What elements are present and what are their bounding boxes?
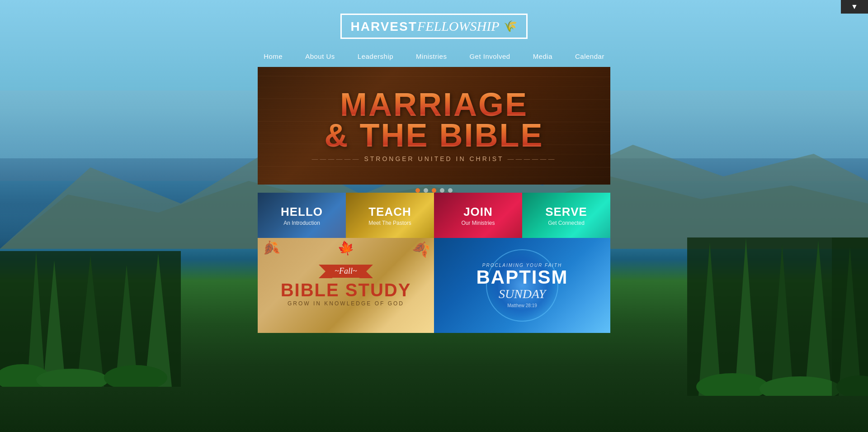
- card-serve-subtitle: Get Connected: [548, 220, 585, 226]
- card-join-title: JOIN: [463, 205, 493, 219]
- slider-dot-2[interactable]: [424, 188, 428, 193]
- leaf-right-icon: 🍂: [410, 238, 432, 258]
- hero-slider: MARRIAGE & THE BIBLE STRONGER UNITED IN …: [258, 67, 610, 185]
- top-bar[interactable]: ▼: [841, 0, 868, 14]
- content-section: HELLO An Introduction TEACH Meet The Pas…: [258, 193, 610, 333]
- card-teach[interactable]: TEACH Meet The Pastors: [346, 193, 434, 238]
- logo-area: HARVESTfellowship 🌾: [340, 0, 528, 48]
- card-hello[interactable]: HELLO An Introduction: [258, 193, 346, 238]
- cards-row: HELLO An Introduction TEACH Meet The Pas…: [258, 193, 610, 238]
- fall-leaves-decoration: 🍂 🍁 🍂: [258, 240, 434, 256]
- nav-item-calendar[interactable]: Calendar: [575, 52, 604, 60]
- slider-dots: [415, 188, 453, 193]
- slider-dot-1[interactable]: [415, 188, 420, 193]
- nav-item-ministries[interactable]: Ministries: [416, 52, 447, 60]
- leaf-left-icon: 🍂: [260, 238, 281, 258]
- nav-item-get-involved[interactable]: Get Involved: [469, 52, 510, 60]
- card-serve-title: SERVE: [545, 205, 587, 219]
- fall-study-subtitle: GROW IN KNOWLEDGE OF GOD: [288, 300, 404, 307]
- fall-study-title: BIBLE STUDY: [281, 280, 411, 300]
- card-teach-title: TEACH: [368, 205, 411, 219]
- hero-title-line1: MARRIAGE: [340, 89, 528, 120]
- card-serve[interactable]: SERVE Get Connected: [522, 193, 610, 238]
- images-row: 🍂 🍁 🍂 ~Fall~ BIBLE STUDY GROW IN KNOWLED…: [258, 238, 610, 333]
- leaf-center-icon: 🍁: [336, 238, 356, 258]
- card-hello-title: HELLO: [281, 205, 323, 219]
- card-join[interactable]: JOIN Our Ministries: [434, 193, 522, 238]
- card-join-subtitle: Our Ministries: [461, 220, 495, 226]
- card-teach-subtitle: Meet The Pastors: [368, 220, 411, 226]
- logo-box[interactable]: HARVESTfellowship 🌾: [340, 14, 528, 39]
- hero-slide: MARRIAGE & THE BIBLE STRONGER UNITED IN …: [258, 67, 610, 185]
- svg-line-22: [258, 76, 610, 77]
- nav-item-leadership[interactable]: Leadership: [358, 52, 393, 60]
- nav-item-about[interactable]: About Us: [305, 52, 335, 60]
- hero-subtitle: STRONGER UNITED IN CHRIST: [308, 155, 560, 162]
- slider-dot-4[interactable]: [440, 188, 444, 193]
- card-baptism[interactable]: proclaiming your faith BAPTISM SUNDAY Ma…: [434, 238, 610, 333]
- logo-wheat-icon: 🌾: [504, 20, 517, 33]
- hero-title-line2: & THE BIBLE: [324, 120, 543, 151]
- logo-harvest: HARVESTfellowship: [351, 19, 500, 34]
- svg-line-31: [258, 177, 610, 178]
- nav-item-home[interactable]: Home: [264, 52, 283, 60]
- baptism-verse: Matthew 28:19: [507, 303, 537, 308]
- card-hello-subtitle: An Introduction: [283, 220, 320, 226]
- main-wrapper: HARVESTfellowship 🌾 Home About Us Leader…: [0, 0, 868, 333]
- baptism-sunday: SUNDAY: [499, 287, 546, 301]
- baptism-title: BAPTISM: [476, 268, 568, 287]
- card-fall-study[interactable]: 🍂 🍁 🍂 ~Fall~ BIBLE STUDY GROW IN KNOWLED…: [258, 238, 434, 333]
- chevron-down-icon: ▼: [851, 3, 858, 11]
- nav-item-media[interactable]: Media: [533, 52, 552, 60]
- svg-line-30: [258, 166, 610, 167]
- navigation: Home About Us Leadership Ministries Get …: [264, 48, 604, 60]
- slider-dot-3[interactable]: [432, 188, 436, 193]
- slider-dot-5[interactable]: [448, 188, 453, 193]
- fall-ribbon: ~Fall~: [326, 265, 366, 278]
